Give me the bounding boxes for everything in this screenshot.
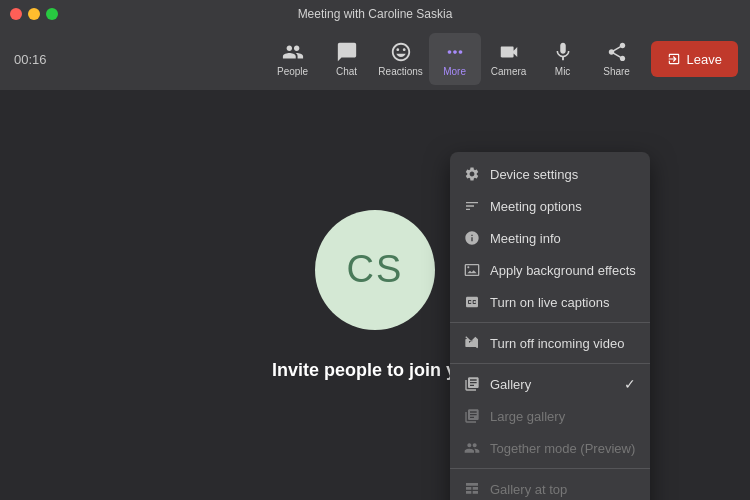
call-timer: 00:16 [14,52,47,67]
divider-2 [450,363,650,364]
menu-item-gallery[interactable]: Gallery ✓ [450,368,650,400]
close-button[interactable] [10,8,22,20]
divider-3 [450,468,650,469]
video-off-icon [464,335,480,351]
avatar: CS [315,210,435,330]
device-settings-label: Device settings [490,167,578,182]
together-icon [464,440,480,456]
live-captions-label: Turn on live captions [490,295,609,310]
info-icon [464,230,480,246]
people-icon [282,41,304,63]
share-label: Share [603,66,630,77]
menu-item-live-captions[interactable]: Turn on live captions [450,286,650,318]
incoming-video-label: Turn off incoming video [490,336,624,351]
chat-label: Chat [336,66,357,77]
gear-icon [464,166,480,182]
more-icon [444,41,466,63]
mic-label: Mic [555,66,571,77]
mic-icon [552,41,574,63]
minimize-button[interactable] [28,8,40,20]
gallery-at-top-label: Gallery at top [490,482,567,497]
camera-label: Camera [491,66,527,77]
meeting-info-label: Meeting info [490,231,561,246]
reactions-icon [390,41,412,63]
menu-item-large-gallery[interactable]: Large gallery [450,400,650,432]
nav-item-share[interactable]: Share [591,33,643,85]
invite-text: Invite people to join you [272,360,478,381]
menu-item-meeting-options[interactable]: Meeting options [450,190,650,222]
main-content: CS Invite people to join you Device sett… [0,90,750,500]
divider-1 [450,322,650,323]
menu-item-incoming-video[interactable]: Turn off incoming video [450,327,650,359]
large-gallery-label: Large gallery [490,409,565,424]
menu-item-device-settings[interactable]: Device settings [450,158,650,190]
nav-item-reactions[interactable]: Reactions [375,33,427,85]
nav-item-mic[interactable]: Mic [537,33,589,85]
nav-item-people[interactable]: People [267,33,319,85]
menu-item-background-effects[interactable]: Apply background effects [450,254,650,286]
background-effects-label: Apply background effects [490,263,636,278]
leave-button[interactable]: Leave [651,41,738,77]
people-label: People [277,66,308,77]
gallery-top-icon [464,481,480,497]
leave-label: Leave [687,52,722,67]
traffic-lights [10,8,58,20]
together-mode-label: Together mode (Preview) [490,441,635,456]
gallery-icon [464,376,480,392]
large-gallery-icon [464,408,480,424]
dropdown-menu: Device settings Meeting options Meeting … [450,152,650,500]
window-title: Meeting with Caroline Saskia [298,7,453,21]
camera-icon [498,41,520,63]
captions-icon [464,294,480,310]
menu-item-gallery-at-top[interactable]: Gallery at top [450,473,650,500]
gallery-check: ✓ [624,376,636,392]
title-bar: Meeting with Caroline Saskia [0,0,750,28]
chat-icon [336,41,358,63]
gallery-label: Gallery [490,377,531,392]
menu-item-meeting-info[interactable]: Meeting info [450,222,650,254]
nav-item-chat[interactable]: Chat [321,33,373,85]
leave-icon [667,52,681,66]
nav-icons: People Chat Reactions More Camera Mic [267,33,643,85]
meeting-options-label: Meeting options [490,199,582,214]
background-icon [464,262,480,278]
top-bar: 00:16 People Chat Reactions More Camera [0,28,750,90]
share-icon [606,41,628,63]
more-label: More [443,66,466,77]
options-icon [464,198,480,214]
nav-item-more[interactable]: More [429,33,481,85]
nav-item-camera[interactable]: Camera [483,33,535,85]
maximize-button[interactable] [46,8,58,20]
avatar-initials: CS [347,248,404,291]
menu-item-together-mode[interactable]: Together mode (Preview) [450,432,650,464]
reactions-label: Reactions [378,66,422,77]
